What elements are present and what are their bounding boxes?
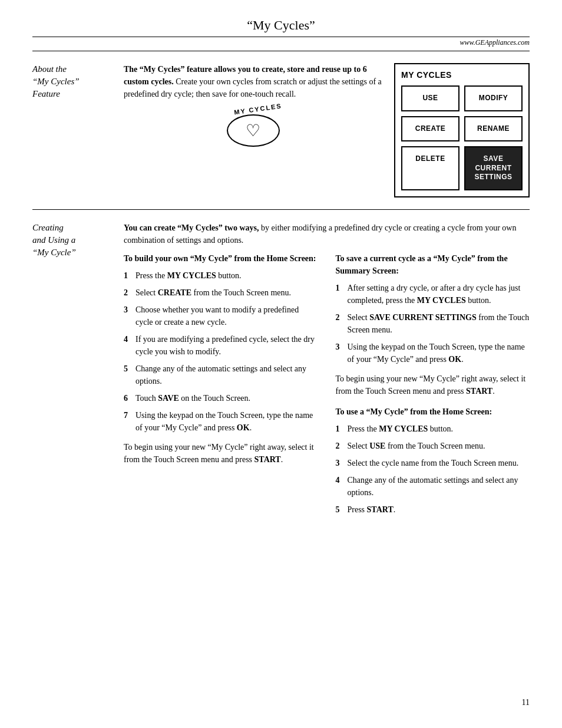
panel-title: MY CYCLES — [401, 70, 523, 80]
title-area: “My Cycles” www.GEAppliances.com — [32, 18, 530, 47]
creating-intro: You can create “My Cycles” two ways, by … — [124, 222, 530, 246]
col-left-header: To build your own “My Cycle” from the Ho… — [124, 252, 318, 265]
my-cycles-panel: MY CYCLES USE MODIFY CREATE RENAME DELET… — [394, 63, 530, 197]
right-step2-2: 2 Select USE from the Touch Screen menu. — [336, 440, 530, 452]
panel-buttons: USE MODIFY CREATE RENAME DELETE SAVE CUR… — [401, 85, 523, 190]
right-step-1: 1 After setting a dry cycle, or after a … — [336, 282, 530, 307]
creating-label: Creating and Using a “My Cycle” — [32, 222, 124, 523]
col-right-steps2: 1 Press the MY CYCLES button. 2 Select U… — [336, 423, 530, 516]
page: “My Cycles” www.GEAppliances.com About t… — [0, 0, 562, 728]
two-col: To build your own “My Cycle” from the Ho… — [124, 252, 530, 523]
right-step2-1: 1 Press the MY CYCLES button. — [336, 423, 530, 435]
step-6: 6 Touch SAVE on the Touch Screen. — [124, 392, 318, 404]
col-left-steps: 1 Press the MY CYCLES button. 2 Select C… — [124, 269, 318, 434]
right-step-3: 3 Using the keypad on the Touch Screen, … — [336, 341, 530, 365]
panel-btn-rename[interactable]: RENAME — [464, 116, 523, 142]
right-step-2: 2 Select SAVE CURRENT SETTINGS from the … — [336, 311, 530, 336]
panel-btn-delete[interactable]: DELETE — [401, 146, 459, 190]
page-title: “My Cycles” — [32, 18, 530, 33]
col-left: To build your own “My Cycle” from the Ho… — [124, 252, 318, 523]
step-3: 3 Choose whether you want to modify a pr… — [124, 304, 318, 328]
step-4: 4 If you are modifying a predefined cycl… — [124, 333, 318, 358]
page-number: 11 — [522, 698, 530, 707]
panel-btn-modify[interactable]: MODIFY — [464, 85, 523, 111]
step-5: 5 Change any of the automatic settings a… — [124, 363, 318, 387]
step-2: 2 Select CREATE from the Touch Screen me… — [124, 286, 318, 299]
creating-content: You can create “My Cycles” two ways, by … — [124, 222, 530, 523]
right-step2-4: 4 Change any of the automatic settings a… — [336, 474, 530, 499]
col-right-header: To save a current cycle as a “My Cycle” … — [336, 252, 530, 277]
about-content: The “My Cycles” feature allows you to cr… — [124, 63, 394, 197]
about-label: About the “My Cycles” Feature — [32, 63, 124, 197]
step-1: 1 Press the MY CYCLES button. — [124, 269, 318, 282]
step-7: 7 Using the keypad on the Touch Screen, … — [124, 409, 318, 434]
my-cycles-graphic: MY CYCLES ♡ — [124, 106, 382, 147]
panel-btn-save-current[interactable]: SAVE CURRENTSETTINGS — [464, 146, 523, 190]
right-step2-5: 5 Press START. — [336, 503, 530, 516]
col-right-steps: 1 After setting a dry cycle, or after a … — [336, 282, 530, 365]
graphic-wrapper: MY CYCLES ♡ — [227, 106, 280, 147]
section-about: About the “My Cycles” Feature The “My Cy… — [32, 51, 530, 210]
panel-btn-use[interactable]: USE — [401, 85, 459, 111]
col-left-footer: To begin using your new “My Cycle” right… — [124, 441, 318, 466]
col-right-header2: To use a “My Cycle” from the Home Screen… — [336, 406, 530, 418]
section-creating: Creating and Using a “My Cycle” You can … — [32, 210, 530, 535]
website-url: www.GEAppliances.com — [32, 38, 530, 47]
right-step2-3: 3 Select the cycle name from the Touch S… — [336, 457, 530, 469]
col-right-middle-para: To begin using your new “My Cycle” right… — [336, 373, 530, 397]
col-right: To save a current cycle as a “My Cycle” … — [336, 252, 530, 523]
panel-btn-create[interactable]: CREATE — [401, 116, 459, 142]
heart-oval: ♡ — [227, 114, 280, 147]
graphic-text-label: MY CYCLES — [233, 102, 282, 116]
heart-icon: ♡ — [246, 123, 260, 139]
intro-bold: The “My Cycles” feature allows you to cr… — [124, 63, 382, 100]
